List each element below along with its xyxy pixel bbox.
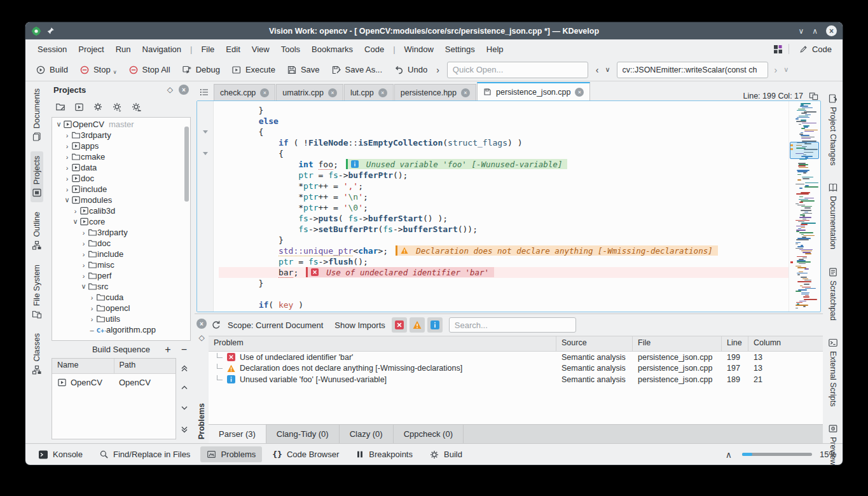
dock-tab-projects[interactable]: Projects [31,151,43,202]
detach-problems-icon[interactable]: ◇ [198,333,204,342]
column-header-source[interactable]: Source [556,336,633,351]
provider-tab-cppcheck-0-[interactable]: Cppcheck (0) [394,425,464,443]
folder-edit-icon[interactable] [55,102,65,112]
close-panel-icon[interactable]: × [179,85,189,95]
tree-expanded-icon[interactable]: ∨ [63,196,71,204]
tree-collapsed-icon[interactable]: › [63,175,71,183]
fold-marker[interactable] [197,127,213,137]
filter-errors-toggle[interactable] [392,317,407,333]
tree-item-doc[interactable]: ›doc [52,238,190,249]
column-header-name[interactable]: Name [52,359,114,373]
tab-close-icon[interactable]: × [378,88,387,97]
column-header-path[interactable]: Path [114,359,176,373]
provider-tab-parser-3-[interactable]: Parser (3) [209,425,266,443]
menu-tools[interactable]: Tools [275,42,306,57]
fold-marker[interactable] [197,148,213,159]
tab-close-icon[interactable]: × [328,88,337,97]
tree-scrollbar[interactable] [184,127,189,202]
toolview-button-konsole[interactable]: Konsole [32,446,89,463]
menu-file[interactable]: File [195,42,220,57]
code-line[interactable]: fs->puts( fs->bufferStart() ); [219,213,789,224]
tree-collapsed-icon[interactable]: › [71,207,79,215]
tree-item-apps[interactable]: ›apps [52,141,190,151]
tree-expanded-icon[interactable]: ∨ [79,282,88,291]
remove-from-build-sequence-button[interactable]: − [181,344,187,355]
document-list-icon[interactable] [196,84,212,100]
code-line[interactable]: if( key ) [219,300,789,310]
close-button[interactable]: × [826,25,837,36]
dock-tab-file-system[interactable]: File System [31,260,43,324]
tree-collapsed-icon[interactable]: › [79,240,88,247]
gear-icon[interactable] [93,102,103,112]
column-header-file[interactable]: File [633,336,722,351]
column-header-problem[interactable]: Problem [209,336,556,351]
code-line[interactable]: { [219,310,789,312]
tree-collapsed-icon[interactable]: › [63,132,71,139]
nav-forward-dropdown-icon[interactable]: ∨ [781,65,791,74]
detach-panel-icon[interactable]: ◇ [167,85,173,94]
tab-close-icon[interactable]: × [260,88,269,97]
move-up-button[interactable] [180,383,189,394]
tree-item-include[interactable]: ›include [52,249,190,259]
tree-item-src[interactable]: ∨src [52,281,190,292]
column-header-line[interactable]: Line [722,336,748,351]
doc-tab-umatrix-cpp[interactable]: umatrix.cpp× [276,84,343,100]
tab-close-icon[interactable]: × [461,88,470,97]
execute-button[interactable]: Execute [226,61,280,79]
tree-collapsed-icon[interactable]: › [79,261,88,269]
code-line[interactable]: } [219,278,789,289]
menu-view[interactable]: View [246,42,275,57]
refresh-icon[interactable] [211,320,221,330]
tree-collapsed-icon[interactable]: › [79,229,88,237]
code-line[interactable]: fs->setBufferPtr(fs->bufferStart()); [219,224,789,235]
problem-row[interactable]: Unused variable 'foo' [-Wunused-variable… [209,374,823,385]
nav-back-icon[interactable]: ‹ [593,65,602,75]
tree-collapsed-icon[interactable]: › [63,153,71,161]
stop-all-button[interactable]: Stop All [123,61,176,79]
add-to-build-sequence-button[interactable]: + [165,344,170,355]
code-line[interactable]: if ( !FileNode::isEmptyCollection(struct… [219,137,789,148]
menu-bookmarks[interactable]: Bookmarks [306,42,359,57]
toolview-button-problems[interactable]: Problems [200,446,262,462]
doc-tab-persistence-hpp[interactable]: persistence.hpp× [394,84,476,100]
toolview-button-find-replace-in-files[interactable]: Find/Replace in Files [93,446,196,462]
menu-settings[interactable]: Settings [439,42,481,57]
nav-back-dropdown-icon[interactable]: ∨ [603,65,613,74]
tree-item-utils[interactable]: ›utils [52,313,190,324]
code-line[interactable]: { [219,127,789,137]
code-line[interactable]: { [219,148,789,159]
menu-help[interactable]: Help [481,42,509,57]
stop-button[interactable]: Stop∨ [74,61,122,79]
code-line[interactable]: *ptr++ = '\0'; [219,202,789,213]
tab-close-icon[interactable]: × [575,88,584,97]
menu-code[interactable]: Code [359,42,390,57]
tree-item-perf[interactable]: ›perf [52,270,190,281]
tree-collapsed-icon[interactable]: › [79,251,88,258]
dock-tab-documentation[interactable]: Documentation [827,178,839,254]
tree-item-core[interactable]: ∨core [52,216,190,227]
scope-dropdown[interactable]: Scope: Current Document [228,320,323,330]
menu-edit[interactable]: Edit [220,42,245,57]
split-view-icon[interactable] [809,91,818,100]
debug-button[interactable]: Debug [177,61,225,79]
tree-collapsed-icon[interactable]: › [63,142,71,150]
expand-bottom-icon[interactable]: ∧ [723,450,734,460]
show-imports-toggle[interactable]: Show Imports [334,320,385,330]
maximize-button[interactable]: ∧ [812,27,818,35]
tree-collapsed-icon[interactable]: › [88,305,96,312]
quick-open-input[interactable] [447,62,588,78]
tree-item-3rdparty[interactable]: ›3rdparty [52,227,190,238]
dock-tab-outline[interactable]: Outline [31,207,43,255]
problems-search-input[interactable] [449,317,576,333]
editor-code-area[interactable]: } else { if ( !FileNode::isEmptyCollecti… [214,101,789,312]
doc-tab-lut-cpp[interactable]: lut.cpp× [344,84,394,100]
code-line[interactable]: ptr = fs->flush(); [219,256,789,267]
dock-tab-scratchpad[interactable]: Scratchpad [827,263,839,325]
dock-tab-project-changes[interactable]: Project Changes [827,89,839,170]
tree-item-misc[interactable]: ›misc [52,259,190,270]
move-bottom-button[interactable] [180,424,189,434]
menu-navigation[interactable]: Navigation [137,42,187,57]
area-switcher-icon[interactable] [773,45,783,54]
tree-expanded-icon[interactable]: ∨ [71,217,79,226]
dock-tab-external-scripts[interactable]: External Scripts [827,333,839,411]
